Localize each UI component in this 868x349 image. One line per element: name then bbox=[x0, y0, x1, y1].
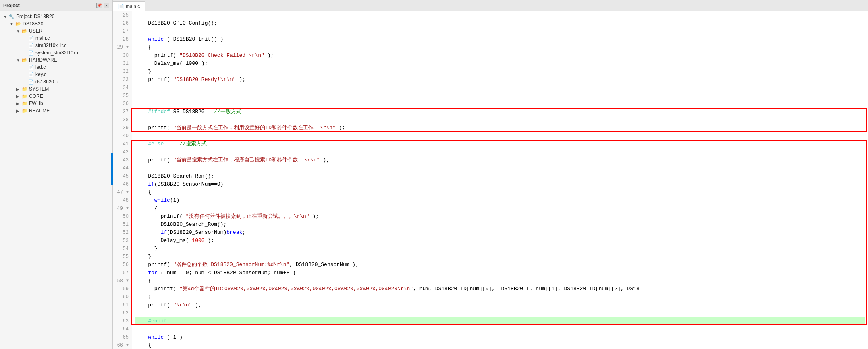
sidebar-item-stm32f10x-it-c[interactable]: 📄stm32f10x_it.c bbox=[0, 42, 112, 49]
line-number: 27 bbox=[116, 27, 129, 35]
line-number: 65 bbox=[116, 333, 129, 341]
line-number: 32 bbox=[116, 68, 129, 76]
close-sidebar-button[interactable]: ✕ bbox=[104, 3, 109, 8]
code-line bbox=[135, 116, 865, 124]
collapse-arrow[interactable]: ▼ bbox=[124, 204, 129, 213]
code-line bbox=[135, 309, 865, 317]
expand-icon[interactable]: ▼ bbox=[10, 22, 15, 26]
line-number: 29▼ bbox=[116, 43, 129, 52]
line-number: 45 bbox=[116, 172, 129, 180]
tree-icon: 📄 bbox=[28, 79, 34, 85]
line-number: 36 bbox=[116, 100, 129, 108]
expand-icon[interactable]: ▶ bbox=[16, 109, 21, 113]
sidebar-item-system-stm32-c[interactable]: 📄system_stm32f10x.c bbox=[0, 49, 112, 56]
code-line: DS18B20_GPIO_Config(); bbox=[135, 19, 865, 27]
tree-icon: 📂 bbox=[22, 29, 27, 34]
sidebar-item-project-root[interactable]: ▼🔧Project: DS18B20 bbox=[0, 13, 112, 20]
sidebar-title: Project bbox=[3, 3, 20, 8]
line-number: 25 bbox=[116, 11, 129, 19]
sidebar-item-led-c[interactable]: 📄led.c bbox=[0, 64, 112, 71]
code-line: printf( "没有任何器件被搜索到，正在重新尝试。。。\r\n" ); bbox=[135, 213, 865, 221]
tree-label: system_stm32f10x.c bbox=[35, 50, 79, 56]
line-number: 56 bbox=[116, 261, 129, 269]
code-line: printf( "当前是搜索方式在工作，程序自己搜索ID和器件个数 \r\n" … bbox=[135, 156, 865, 164]
code-line: printf( "DS18B20 Ready!\r\n" ); bbox=[135, 76, 865, 84]
editor-area[interactable]: 2526272829▼30313233343536373839404142434… bbox=[113, 11, 868, 349]
tree-label: Project: DS18B20 bbox=[16, 14, 54, 19]
tree-label: HARDWARE bbox=[29, 57, 57, 63]
tree-label: stm32f10x_it.c bbox=[35, 43, 66, 48]
code-line: } bbox=[135, 253, 865, 261]
code-line: Delay_ms( 1000 ); bbox=[135, 237, 865, 245]
line-number: 66▼ bbox=[116, 341, 129, 349]
code-line: { bbox=[135, 341, 865, 349]
code-line bbox=[135, 325, 865, 333]
code-line: printf( "\r\n" ); bbox=[135, 301, 865, 309]
code-line: #endif bbox=[135, 317, 865, 325]
expand-icon[interactable]: ▼ bbox=[16, 58, 21, 62]
code-line: } bbox=[135, 68, 865, 76]
code-line bbox=[135, 164, 865, 172]
sidebar-item-readme-folder[interactable]: ▶📁README bbox=[0, 107, 112, 114]
sidebar-item-fwlib-folder[interactable]: ▶📁FWLib bbox=[0, 100, 112, 107]
collapse-arrow[interactable]: ▼ bbox=[124, 43, 129, 52]
code-line bbox=[135, 132, 865, 140]
line-number: 47▼ bbox=[116, 188, 129, 196]
sidebar-item-core-folder[interactable]: ▶📁CORE bbox=[0, 93, 112, 100]
sidebar-item-key-c[interactable]: 📄key.c bbox=[0, 71, 112, 78]
tree-label: led.c bbox=[35, 64, 46, 70]
expand-icon[interactable]: ▶ bbox=[16, 101, 21, 106]
tree-icon: 📂 bbox=[15, 21, 21, 27]
tree-icon: 📄 bbox=[28, 72, 34, 77]
line-number: 33 bbox=[116, 76, 129, 84]
expand-icon[interactable]: ▼ bbox=[3, 14, 8, 19]
line-number: 60 bbox=[116, 293, 129, 301]
code-line bbox=[135, 148, 865, 156]
tree-icon: 📁 bbox=[22, 94, 27, 99]
sidebar-item-ds18b20-c[interactable]: 📄ds18b20.c bbox=[0, 78, 112, 85]
sidebar-item-hardware-folder[interactable]: ▼📂HARDWARE bbox=[0, 56, 112, 64]
code-line: } bbox=[135, 293, 865, 301]
expand-icon[interactable]: ▼ bbox=[16, 29, 21, 33]
tree-icon: 📄 bbox=[28, 65, 34, 70]
sidebar-item-ds18b20-root[interactable]: ▼📂DS18B20 bbox=[0, 20, 112, 27]
tab-label: main.c bbox=[126, 4, 140, 9]
code-line bbox=[135, 84, 865, 92]
code-line bbox=[135, 27, 865, 35]
line-number: 64 bbox=[116, 325, 129, 333]
sidebar-header: Project 📌 ✕ bbox=[0, 0, 112, 11]
line-number: 38 bbox=[116, 116, 129, 124]
code-line: { bbox=[135, 188, 865, 196]
collapse-arrow[interactable]: ▼ bbox=[124, 277, 129, 285]
code-line: { bbox=[135, 43, 865, 52]
pin-button[interactable]: 📌 bbox=[96, 3, 102, 8]
line-number: 49▼ bbox=[116, 204, 129, 213]
tree-label: main.c bbox=[35, 35, 50, 41]
line-number: 57 bbox=[116, 269, 129, 277]
main-c-tab[interactable]: 📄 main.c bbox=[113, 1, 145, 11]
code-line: Delay_ms( 1000 ); bbox=[135, 60, 865, 68]
line-number: 62 bbox=[116, 309, 129, 317]
line-number: 52 bbox=[116, 229, 129, 237]
code-line: for ( num = 0; num < DS18B20_SensorNum; … bbox=[135, 269, 865, 277]
tree-icon: 📁 bbox=[22, 108, 27, 114]
collapse-arrow[interactable]: ▼ bbox=[124, 341, 129, 349]
line-number: 51 bbox=[116, 221, 129, 229]
line-number: 37 bbox=[116, 108, 129, 116]
line-number: 41 bbox=[116, 140, 129, 148]
line-number: 31 bbox=[116, 60, 129, 68]
sidebar-item-user-folder[interactable]: ▼📂USER bbox=[0, 27, 112, 35]
main-editor: 📄 main.c 2526272829▼30313233343536373839… bbox=[113, 0, 868, 349]
code-line: printf( "当前是一般方式在工作，利用设置好的ID和器件个数在工作 \r\… bbox=[135, 124, 865, 132]
line-number: 28 bbox=[116, 35, 129, 43]
line-number: 44 bbox=[116, 164, 129, 172]
collapse-arrow[interactable]: ▼ bbox=[124, 188, 129, 196]
tree-label: SYSTEM bbox=[29, 86, 49, 92]
sidebar-item-system-folder[interactable]: ▶📁SYSTEM bbox=[0, 85, 112, 93]
line-number: 34 bbox=[116, 84, 129, 92]
expand-icon[interactable]: ▶ bbox=[16, 87, 21, 91]
expand-icon[interactable]: ▶ bbox=[16, 94, 21, 99]
line-numbers: 2526272829▼30313233343536373839404142434… bbox=[113, 11, 132, 349]
tree-label: README bbox=[29, 108, 50, 114]
sidebar-item-main-c[interactable]: 📄main.c bbox=[0, 35, 112, 42]
